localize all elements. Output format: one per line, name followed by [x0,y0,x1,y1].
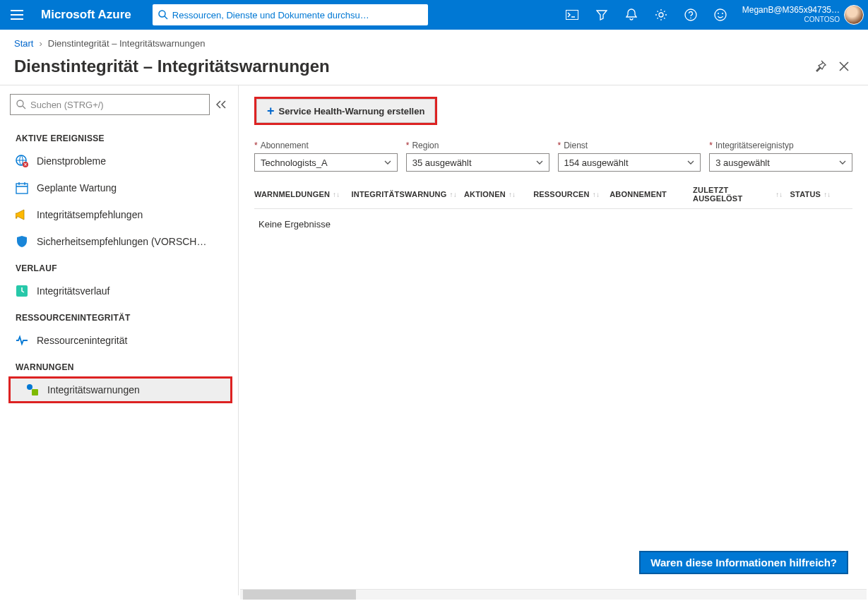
filter-label: Abonnement [261,141,309,150]
event-type-value: 3 ausgewählt [715,157,770,168]
sidebar-item-label: Geplante Wartung [37,182,117,194]
alert-bell-icon [26,383,39,396]
page-title: Dienstintegrität – Integritätswarnungen [14,56,806,76]
account-button[interactable]: MeganB@M365x94735… CONTOSO [735,0,868,30]
region-select[interactable]: 35 ausgewählt [406,153,549,172]
sidebar: Suchen (STRG+/) AKTIVE EREIGNISSE Dienst… [0,85,239,595]
avatar [844,5,864,25]
service-value: 154 ausgewählt [564,157,629,168]
filter-service: *Dienst 154 ausgewählt [558,141,701,172]
sidebar-item-health-advisories[interactable]: Integritätsempfehlungen [0,201,238,228]
settings-button[interactable] [646,0,676,30]
feedback-button[interactable] [706,0,735,30]
sort-icon: ↑↓ [824,191,831,198]
cloud-shell-button[interactable] [557,0,587,30]
close-button[interactable] [834,56,854,76]
sidebar-item-resource-health[interactable]: Ressourcenintegrität [0,327,238,354]
filter-region: *Region 35 ausgewählt [406,141,549,172]
sidebar-search[interactable]: Suchen (STRG+/) [10,94,210,115]
directory-filter-button[interactable] [587,0,617,30]
hamburger-icon [11,10,23,20]
sidebar-item-label: Sicherheitsempfehlungen (VORSCH… [37,236,206,247]
sidebar-item-label: Ressourcenintegrität [37,335,127,346]
notifications-button[interactable] [617,0,646,30]
heartbeat-icon [16,334,28,347]
svg-point-9 [17,100,23,107]
feedback-prompt[interactable]: Waren diese Informationen hilfreich? [639,551,848,574]
svg-point-15 [27,384,32,390]
event-type-select[interactable]: 3 ausgewählt [709,153,852,172]
col-alerts[interactable]: WARNMELDUNGEN↑↓ [254,186,351,203]
svg-rect-13 [16,184,28,194]
main-content: + Service Health-Warnung erstellen *Abon… [239,85,868,595]
topbar-actions: MeganB@M365x94735… CONTOSO [557,0,868,30]
svg-point-4 [685,9,696,20]
filter-label: Region [412,141,439,150]
subscription-select[interactable]: Technologists_A [254,153,398,172]
filter-label: Integritätsereignistyp [715,141,794,150]
col-resources[interactable]: RESSOURCEN↑↓ [533,186,610,203]
sort-icon: ↑↓ [775,191,783,198]
breadcrumb-current: Dienstintegrität – Integritätswarnungen [48,38,206,49]
pin-button[interactable] [810,56,830,76]
table-header: WARNMELDUNGEN↑↓ INTEGRITÄTSWARNUNG↑↓ AKT… [254,177,852,209]
filters-row: *Abonnement Technologists_A *Region 35 a… [254,141,852,172]
breadcrumb: Start › Dienstintegrität – Integritätswa… [0,30,868,56]
sidebar-item-label: Dienstprobleme [37,155,106,167]
sort-icon: ↑↓ [333,191,340,198]
brand-label[interactable]: Microsoft Azure [34,8,153,22]
sidebar-heading-history: VERLAUF [0,255,238,278]
content-layout: Suchen (STRG+/) AKTIVE EREIGNISSE Dienst… [0,85,868,595]
shield-icon [16,235,28,248]
breadcrumb-root[interactable]: Start [14,38,33,49]
col-last-fired[interactable]: ZULETZT AUSGELÖST↑↓ [693,186,790,203]
help-button[interactable] [676,0,706,30]
sidebar-search-placeholder: Suchen (STRG+/) [30,100,104,110]
svg-line-10 [23,106,25,109]
filter-event-type: *Integritätsereignistyp 3 ausgewählt [709,141,852,172]
filter-icon [596,9,607,20]
sidebar-item-security-advisories[interactable]: Sicherheitsempfehlungen (VORSCH… [0,228,238,255]
svg-point-7 [718,13,719,14]
col-actions[interactable]: AKTIONEN↑↓ [464,186,533,203]
pin-icon [814,60,826,73]
col-health-alert[interactable]: INTEGRITÄTSWARNUNG↑↓ [351,186,463,203]
service-select[interactable]: 154 ausgewählt [558,153,701,172]
sidebar-item-planned-maintenance[interactable]: Geplante Wartung [0,174,238,201]
top-bar: Microsoft Azure Ressourcen, Dienste und … [0,0,868,30]
global-search-placeholder: Ressourcen, Dienste und Dokumente durchs… [172,10,369,20]
bell-icon [626,8,637,21]
col-status[interactable]: STATUS↑↓ [790,186,852,203]
col-subscription[interactable]: ABONNEMENT [610,186,693,203]
svg-point-6 [715,9,726,20]
menu-button[interactable] [0,0,34,30]
svg-point-3 [659,13,663,17]
sidebar-item-label: Integritätsempfehlungen [37,209,143,220]
sidebar-heading-active: AKTIVE EREIGNISSE [0,125,238,148]
svg-line-1 [165,16,167,19]
help-icon [684,8,697,21]
sidebar-item-label: Integritätswarnungen [47,384,140,395]
sidebar-heading-alerts: WARNUNGEN [0,354,238,376]
scrollbar-thumb[interactable] [243,590,356,600]
user-email: MeganB@M365x94735… [742,6,840,16]
create-alert-button[interactable]: + Service Health-Warnung erstellen [256,99,435,123]
chevron-down-icon [839,160,846,165]
sidebar-item-health-history[interactable]: Integritätsverlauf [0,278,238,304]
global-search[interactable]: Ressourcen, Dienste und Dokumente durchs… [153,4,428,25]
sort-icon: ↑↓ [593,191,600,198]
sidebar-item-service-issues[interactable]: Dienstprobleme [0,148,238,174]
search-icon [158,10,168,20]
calendar-icon [16,182,28,194]
svg-point-8 [722,13,723,14]
smiley-icon [714,8,727,21]
close-icon [838,61,850,72]
region-value: 35 ausgewählt [412,157,472,168]
horizontal-scrollbar[interactable] [240,589,867,600]
sidebar-item-health-alerts[interactable]: Integritätswarnungen [8,376,232,403]
chevron-down-icon [536,160,543,165]
collapse-sidebar-button[interactable] [214,97,228,112]
chevron-down-icon [687,160,694,165]
svg-rect-2 [566,11,578,20]
history-icon [16,285,28,297]
